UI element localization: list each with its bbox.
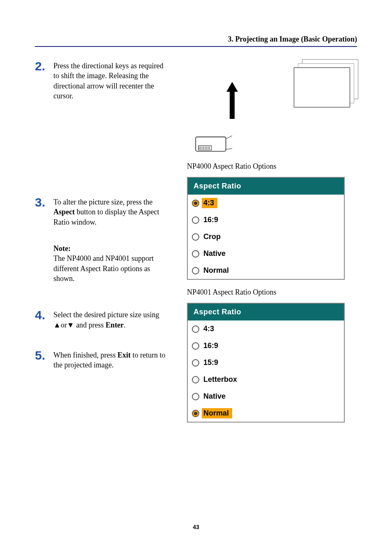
svg-marker-0 <box>226 82 238 119</box>
step-text: Press the directional keys as required t… <box>53 59 171 101</box>
option-label: Native <box>202 248 229 259</box>
option-crop[interactable]: Crop <box>188 228 344 245</box>
option-4-3[interactable]: 4:3 <box>188 195 344 211</box>
page-number: 43 <box>0 524 392 530</box>
step-text: Select the desired picture size using ▲o… <box>53 308 171 330</box>
radio-icon <box>192 233 199 241</box>
svg-line-12 <box>226 143 232 150</box>
option-label: 4:3 <box>202 324 217 334</box>
text: . <box>124 321 126 329</box>
note-title: Note: <box>53 244 71 253</box>
svg-rect-1 <box>196 137 226 151</box>
step-5: 5. When finished, press Exit to return t… <box>35 348 171 370</box>
bold-enter: Enter <box>106 321 124 329</box>
up-arrow-icon <box>224 82 240 127</box>
menu-title: Aspect Ratio <box>188 304 344 320</box>
text: When finished, press <box>53 351 118 359</box>
menu-title: Aspect Ratio <box>188 178 344 195</box>
projector-icon <box>193 131 232 154</box>
caption-np4000: NP4000 Aspect Ratio Options <box>187 162 357 171</box>
option-label: 16:9 <box>202 215 221 225</box>
step-2: 2. Press the directional keys as require… <box>35 59 171 101</box>
option-label: Native <box>202 391 229 402</box>
option-normal[interactable]: Normal <box>188 262 344 279</box>
note-body: The NP4000 and NP4001 support different … <box>53 254 154 283</box>
step-number: 2. <box>35 59 53 101</box>
aspect-ratio-menu-np4001: Aspect Ratio 4:3 16:9 15:9 Letterbox <box>187 303 345 423</box>
option-label: Normal <box>202 408 232 418</box>
step-4: 4. Select the desired picture size using… <box>35 308 171 330</box>
step-text: To alter the picture size, press the Asp… <box>53 195 171 294</box>
option-letterbox[interactable]: Letterbox <box>188 371 344 388</box>
radio-icon <box>192 359 199 367</box>
option-16-9[interactable]: 16:9 <box>188 337 344 354</box>
option-15-9[interactable]: 15:9 <box>188 354 344 371</box>
option-label: Normal <box>202 265 232 276</box>
radio-icon <box>192 325 199 333</box>
step-text: When finished, press Exit to return to t… <box>53 348 171 370</box>
option-label: Crop <box>202 232 224 242</box>
caption-np4001: NP4001 Aspect Ratio Options <box>187 288 357 297</box>
step-3: 3. To alter the picture size, press the … <box>35 195 171 294</box>
projector-diagram <box>191 59 294 154</box>
option-label: 15:9 <box>202 358 221 368</box>
radio-icon <box>192 216 199 224</box>
step-number: 3. <box>35 195 53 294</box>
radio-icon <box>192 393 199 400</box>
text: To alter the picture size, press the <box>53 198 152 206</box>
step-number: 4. <box>35 308 53 330</box>
radio-icon <box>192 250 199 258</box>
option-normal[interactable]: Normal <box>188 405 344 422</box>
option-label: 16:9 <box>202 341 221 351</box>
option-native[interactable]: Native <box>188 388 344 405</box>
option-label: 4:3 <box>202 198 217 208</box>
option-native[interactable]: Native <box>188 245 344 262</box>
option-4-3[interactable]: 4:3 <box>188 320 344 337</box>
option-label: Letterbox <box>202 374 240 385</box>
radio-icon <box>192 342 199 350</box>
radio-selected-icon <box>192 200 199 207</box>
step-number: 5. <box>35 348 53 370</box>
radio-selected-icon <box>192 410 199 417</box>
section-header: 3. Projecting an Image (Basic Operation) <box>35 35 357 47</box>
bold-aspect: Aspect <box>53 208 75 216</box>
radio-icon <box>192 267 199 274</box>
svg-line-11 <box>226 131 232 139</box>
bold-exit: Exit <box>118 351 131 359</box>
option-16-9[interactable]: 16:9 <box>188 211 344 228</box>
radio-icon <box>192 376 199 383</box>
aspect-ratio-menu-np4000: Aspect Ratio 4:3 16:9 Crop Native <box>187 177 345 280</box>
